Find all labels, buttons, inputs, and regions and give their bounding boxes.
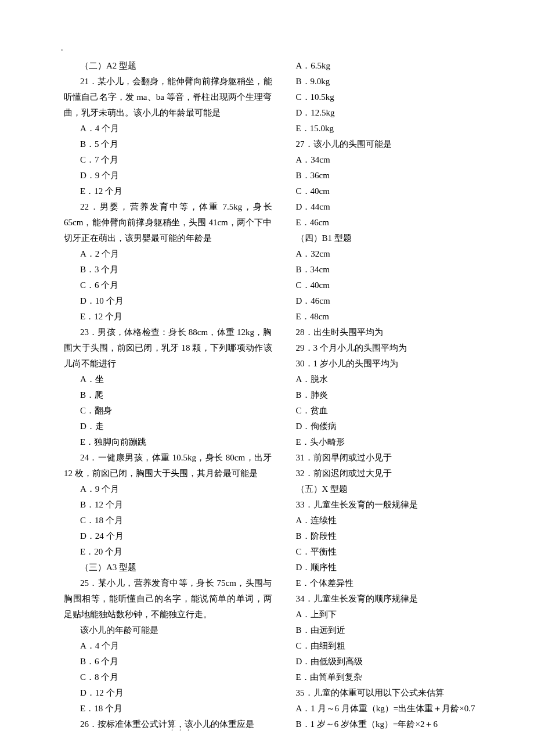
option-33-d: D．顺序性 — [280, 560, 488, 575]
right-column: A．6.5kg B．9.0kg C．10.5kg D．12.5kg E．15.0… — [278, 58, 488, 732]
option-23-b: B．爬 — [64, 387, 272, 403]
option-24-a: A．9 个月 — [64, 481, 272, 497]
option-25-c: C．8 个月 — [64, 669, 272, 685]
section-heading-x: （五）X 型题 — [280, 481, 488, 497]
option-23-d: D．走 — [64, 419, 272, 434]
question-35: 35．儿童的体重可以用以下公式来估算 — [280, 685, 488, 701]
option-26-a: A．6.5kg — [280, 58, 488, 74]
question-25-prompt: 该小儿的年龄可能是 — [64, 622, 272, 638]
option-23-c: C．翻身 — [64, 403, 272, 419]
option-25-a: A．4 个月 — [64, 638, 272, 654]
question-26: 26．按标准体重公式计算，该小儿的体重应是 — [64, 717, 272, 732]
header-dot: . — [61, 44, 63, 53]
option-26-b: B．9.0kg — [280, 74, 488, 89]
option-22-c: C．6 个月 — [64, 278, 272, 293]
option-27-c: C．40cm — [280, 183, 488, 199]
question-29: 29．3 个月小儿的头围平均为 — [280, 340, 488, 356]
group3-option-a: A．脱水 — [280, 372, 488, 387]
shared-option-a: A．32cm — [280, 246, 488, 262]
option-34-b: B．由远到近 — [280, 622, 488, 638]
group3-option-d: D．佝偻病 — [280, 419, 488, 434]
left-column: （二）A2 型题 21．某小儿，会翻身，能伸臂向前撑身躯稍坐，能听懂自己名字，发… — [64, 58, 278, 732]
option-22-d: D．10 个月 — [64, 293, 272, 309]
document-page: . （二）A2 型题 21．某小儿，会翻身，能伸臂向前撑身躯稍坐，能听懂自己名字… — [0, 0, 534, 756]
option-34-e: E．由简单到复杂 — [280, 669, 488, 685]
option-21-b: B．5 个月 — [64, 136, 272, 152]
option-34-a: A．上到下 — [280, 607, 488, 622]
question-28: 28．出生时头围平均为 — [280, 325, 488, 340]
question-23: 23．男孩，体格检查：身长 88cm，体重 12kg，胸围大于头围，前囟已闭，乳… — [64, 325, 272, 372]
shared-option-e: E．48cm — [280, 309, 488, 325]
footer-dots: . . . — [171, 724, 192, 733]
option-27-d: D．44cm — [280, 199, 488, 215]
section-heading-a3: （三）A3 型题 — [64, 560, 272, 575]
option-25-b: B．6 个月 — [64, 654, 272, 669]
option-27-b: B．36cm — [280, 168, 488, 183]
shared-option-d: D．46cm — [280, 293, 488, 309]
option-25-e: E．18 个月 — [64, 701, 272, 717]
question-27: 27．该小儿的头围可能是 — [280, 136, 488, 152]
two-column-layout: （二）A2 型题 21．某小儿，会翻身，能伸臂向前撑身躯稍坐，能听懂自己名字，发… — [0, 58, 534, 732]
option-33-a: A．连续性 — [280, 513, 488, 528]
option-25-d: D．12 个月 — [64, 685, 272, 701]
option-26-c: C．10.5kg — [280, 89, 488, 105]
question-34: 34．儿童生长发育的顺序规律是 — [280, 591, 488, 607]
shared-option-b: B．34cm — [280, 262, 488, 278]
option-21-d: D．9 个月 — [64, 168, 272, 183]
group3-option-e: E．头小畸形 — [280, 434, 488, 450]
option-35-a: A．1 月～6 月体重（kg）=出生体重＋月龄×0.7 — [280, 701, 488, 717]
question-33: 33．儿童生长发育的一般规律是 — [280, 497, 488, 513]
option-21-e: E．12 个月 — [64, 183, 272, 199]
group3-option-c: C．贫血 — [280, 403, 488, 419]
question-32: 32．前囟迟闭或过大见于 — [280, 466, 488, 481]
option-24-b: B．12 个月 — [64, 497, 272, 513]
option-22-b: B．3 个月 — [64, 262, 272, 278]
option-21-a: A．4 个月 — [64, 121, 272, 136]
option-22-a: A．2 个月 — [64, 246, 272, 262]
group3-option-b: B．肺炎 — [280, 387, 488, 403]
shared-option-c: C．40cm — [280, 278, 488, 293]
question-31: 31．前囟早闭或过小见于 — [280, 450, 488, 466]
question-22: 22．男婴，营养发育中等，体重 7.5kg，身长 65cm，能伸臂向前撑身躯稍坐… — [64, 199, 272, 246]
option-35-b: B．1 岁～6 岁体重（kg）=年龄×2＋6 — [280, 717, 488, 732]
option-26-d: D．12.5kg — [280, 105, 488, 121]
option-24-e: E．20 个月 — [64, 544, 272, 560]
option-33-c: C．平衡性 — [280, 544, 488, 560]
option-21-c: C．7 个月 — [64, 152, 272, 168]
option-26-e: E．15.0kg — [280, 121, 488, 136]
question-24: 24．一健康男孩，体重 10.5kg，身长 80cm，出牙 12 枚，前囟已闭，… — [64, 450, 272, 481]
option-22-e: E．12 个月 — [64, 309, 272, 325]
option-33-e: E．个体差异性 — [280, 575, 488, 591]
question-25-stem: 25．某小儿，营养发育中等，身长 75cm，头围与胸围相等，能听懂自己的名字，能… — [64, 575, 272, 622]
option-23-a: A．坐 — [64, 372, 272, 387]
section-heading-b1: （四）B1 型题 — [280, 231, 488, 246]
option-27-a: A．34cm — [280, 152, 488, 168]
section-heading-a2: （二）A2 型题 — [64, 58, 272, 74]
question-21: 21．某小儿，会翻身，能伸臂向前撑身躯稍坐，能听懂自己名字，发 ma、ba 等音… — [64, 74, 272, 121]
option-34-c: C．由细到粗 — [280, 638, 488, 654]
option-34-d: D．由低级到高级 — [280, 654, 488, 669]
question-30: 30．1 岁小儿的头围平均为 — [280, 356, 488, 372]
option-24-d: D．24 个月 — [64, 528, 272, 544]
option-27-e: E．46cm — [280, 215, 488, 231]
option-23-e: E．独脚向前蹦跳 — [64, 434, 272, 450]
option-33-b: B．阶段性 — [280, 528, 488, 544]
option-24-c: C．18 个月 — [64, 513, 272, 528]
